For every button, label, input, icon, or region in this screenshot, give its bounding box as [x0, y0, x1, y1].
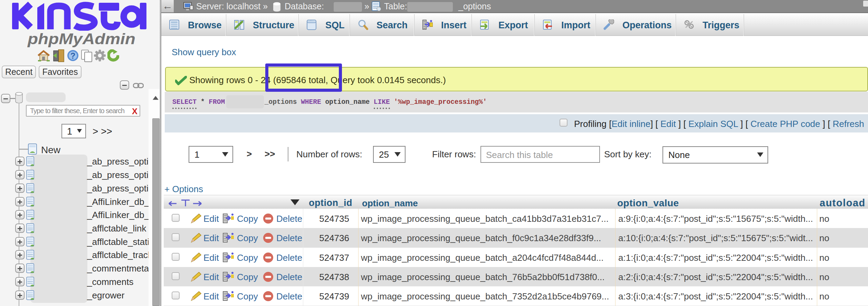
- svg-text:phpMyAdmin: phpMyAdmin: [27, 31, 135, 48]
- svg-text:?: ?: [70, 51, 76, 60]
